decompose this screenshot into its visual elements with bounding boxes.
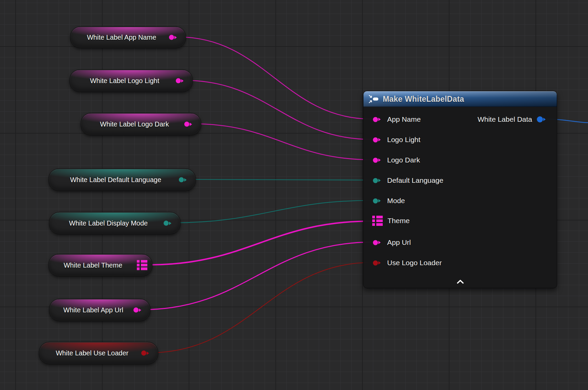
wire-theme[interactable] (148, 221, 372, 265)
struct-pin-output[interactable] (537, 116, 547, 122)
wire-default-language[interactable] (187, 179, 372, 180)
pin-row-mode: Mode (373, 196, 405, 206)
pin-label: Theme (387, 217, 410, 225)
wire-app-url[interactable] (142, 242, 372, 310)
wire-logo-dark[interactable] (193, 124, 372, 160)
node-get-white-label-app-url[interactable]: White Label App Url (49, 299, 150, 321)
node-label: White Label App Name (81, 34, 175, 41)
enum-pin-output[interactable] (164, 221, 173, 226)
wire-use-loader[interactable] (150, 262, 372, 353)
blueprint-graph-canvas[interactable]: White Label App Name White Label Logo Li… (0, 0, 588, 390)
node-title: Make WhiteLabelData (383, 95, 464, 104)
string-pin-output[interactable] (184, 122, 194, 127)
bool-pin-input[interactable] (373, 260, 382, 266)
pin-label: Default Language (387, 176, 443, 184)
pin-row-logo-dark: Logo Dark (373, 155, 420, 165)
node-get-white-label-app-name[interactable]: White Label App Name (70, 26, 186, 48)
node-get-white-label-display-mode[interactable]: White Label Display Mode (49, 212, 181, 234)
pin-row-logo-light: Logo Light (373, 135, 420, 145)
wire-logo-light[interactable] (184, 80, 372, 139)
string-pin-input[interactable] (373, 240, 382, 245)
enum-pin-output[interactable] (179, 177, 188, 182)
pin-row-app-name: App Name (373, 114, 421, 124)
make-struct-icon (369, 95, 379, 103)
collapse-button[interactable] (454, 278, 467, 285)
pin-row-use-logo-loader: Use Logo Loader (373, 258, 442, 268)
string-pin-input[interactable] (373, 117, 382, 122)
node-label: White Label Theme (58, 261, 143, 269)
wire-app-name[interactable] (178, 37, 372, 119)
string-pin-input[interactable] (373, 158, 382, 163)
string-pin-input[interactable] (373, 137, 382, 142)
pin-label: Mode (387, 197, 405, 205)
node-label: White Label Use Loader (50, 349, 148, 357)
node-label: White Label Logo Dark (94, 120, 188, 128)
node-header[interactable]: Make WhiteLabelData (363, 91, 557, 107)
pin-label: White Label Data (478, 115, 532, 123)
pin-row-theme: Theme (372, 216, 410, 226)
node-label: White Label App Url (57, 306, 142, 314)
string-pin-output[interactable] (133, 308, 143, 313)
string-pin-output[interactable] (176, 78, 185, 83)
node-label: White Label Logo Light (84, 77, 178, 85)
pin-label: Logo Light (387, 136, 420, 144)
node-get-white-label-logo-light[interactable]: White Label Logo Light (69, 70, 193, 92)
chevron-up-icon (456, 279, 464, 284)
pin-row-app-url: App Url (373, 237, 411, 248)
node-label: White Label Display Mode (63, 219, 167, 227)
node-get-white-label-logo-dark[interactable]: White Label Logo Dark (81, 113, 201, 135)
struct-pin-icon[interactable] (372, 216, 383, 226)
wire-display-mode[interactable] (172, 200, 372, 223)
enum-pin-input[interactable] (373, 178, 382, 183)
enum-pin-input[interactable] (373, 198, 382, 203)
node-label: White Label Default Language (64, 176, 180, 184)
pin-label: App Name (387, 115, 421, 123)
pin-row-white-label-data: White Label Data (478, 114, 547, 124)
pin-label: App Url (387, 238, 411, 247)
struct-pin-icon[interactable] (137, 260, 147, 271)
pin-label: Use Logo Loader (387, 259, 442, 267)
string-pin-output[interactable] (169, 35, 178, 40)
node-make-whitelabeldata[interactable]: Make WhiteLabelData App Name Logo Light … (363, 91, 557, 288)
node-get-white-label-default-language[interactable]: White Label Default Language (48, 169, 196, 191)
pin-label: Logo Dark (387, 156, 420, 164)
node-get-white-label-theme[interactable]: White Label Theme (48, 254, 152, 276)
node-get-white-label-use-loader[interactable]: White Label Use Loader (39, 342, 158, 364)
bool-pin-output[interactable] (141, 351, 151, 356)
pin-row-default-language: Default Language (373, 175, 443, 186)
